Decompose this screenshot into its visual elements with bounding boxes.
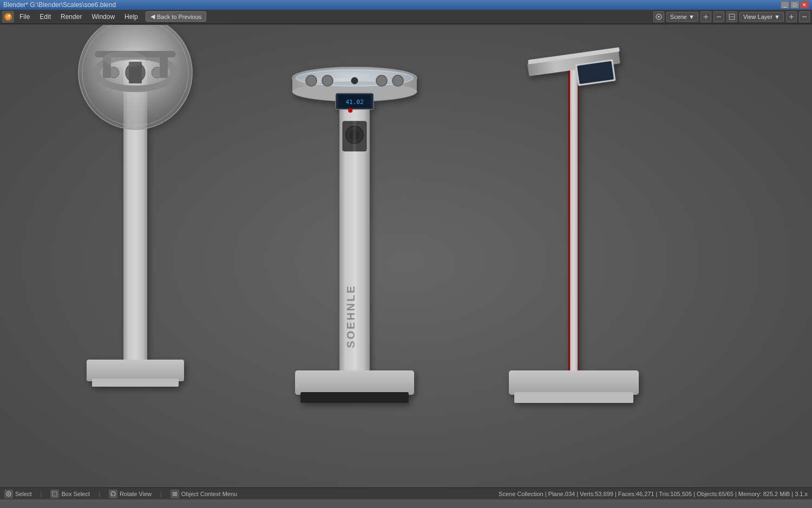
svg-point-43: [392, 75, 403, 86]
back-label: Back to Previous: [157, 14, 202, 20]
svg-rect-49: [353, 121, 356, 370]
svg-point-40: [306, 75, 317, 86]
svg-point-41: [322, 75, 333, 86]
remove-view-layer-icon[interactable]: [799, 11, 810, 22]
menu-file[interactable]: File: [15, 12, 34, 22]
remove-scene-icon[interactable]: [713, 11, 724, 22]
box-select-tool[interactable]: Box Select: [50, 490, 90, 498]
viewport-canvas: SOEHNLE 41.02: [0, 24, 812, 499]
minimize-button[interactable]: _: [781, 1, 789, 9]
blender-logo-icon[interactable]: [2, 11, 14, 23]
box-select-label: Box Select: [61, 491, 90, 497]
new-scene-icon[interactable]: [700, 11, 711, 22]
svg-rect-51: [568, 67, 570, 376]
svg-rect-15: [87, 360, 184, 381]
title-bar: Blender* G:\Blender\Scales\soe6.blend _ …: [0, 0, 812, 10]
window-controls: _ □ ✕: [781, 1, 809, 9]
render-layers-icon[interactable]: [726, 11, 737, 22]
separator2: |: [99, 491, 100, 497]
box-select-icon: [50, 490, 59, 498]
rotate-view-tool[interactable]: Rotate View: [109, 490, 152, 498]
svg-rect-39: [339, 95, 370, 99]
svg-point-4: [658, 16, 660, 18]
maximize-button[interactable]: □: [790, 1, 799, 9]
view-layer-selector[interactable]: View Layer ▼: [739, 12, 784, 22]
menu-window[interactable]: Window: [87, 12, 119, 22]
scene-stats: Scene Collection | Plane.034 | Verts:53,…: [499, 491, 808, 497]
svg-point-44: [351, 77, 358, 84]
scene-label: Scene: [670, 14, 687, 20]
svg-rect-31: [300, 392, 409, 403]
svg-rect-64: [173, 492, 177, 493]
svg-rect-65: [173, 493, 177, 494]
svg-point-61: [8, 493, 10, 494]
status-bar: Select | Box Select | Rotate View |: [0, 487, 812, 499]
svg-point-27: [103, 51, 146, 67]
close-button[interactable]: ✕: [800, 1, 809, 9]
scene-selector[interactable]: Scene ▼: [666, 12, 698, 22]
context-menu-tool[interactable]: Object Context Menu: [171, 490, 237, 498]
window-title: Blender* G:\Blender\Scales\soe6.blend: [3, 1, 116, 9]
new-view-layer-icon[interactable]: [786, 11, 797, 22]
menu-render[interactable]: Render: [56, 12, 86, 22]
select-label: Select: [15, 491, 32, 497]
svg-rect-52: [578, 67, 579, 376]
svg-rect-62: [53, 492, 57, 496]
select-tool[interactable]: Select: [4, 490, 32, 498]
svg-text:41.02: 41.02: [345, 99, 363, 106]
rotate-label: Rotate View: [120, 491, 152, 497]
back-icon: ◀: [150, 13, 155, 20]
separator1: |: [41, 491, 42, 497]
context-icon: [171, 490, 179, 498]
view-layer-label: View Layer: [743, 14, 772, 20]
scene-icon[interactable]: [653, 11, 664, 22]
view-layer-dropdown-icon: ▼: [774, 14, 780, 20]
rotate-icon: [109, 490, 117, 498]
header-right: Scene ▼ View Layer ▼: [653, 11, 810, 22]
menu-help[interactable]: Help: [120, 12, 142, 22]
viewport-edge-top: [0, 24, 812, 25]
svg-rect-30: [295, 370, 414, 395]
context-label: Object Context Menu: [181, 491, 237, 497]
menu-edit[interactable]: Edit: [35, 12, 55, 22]
select-icon: [4, 490, 13, 498]
svg-rect-50: [569, 67, 578, 376]
scene-dropdown-icon: ▼: [689, 14, 695, 20]
svg-point-2: [8, 15, 10, 17]
svg-rect-25: [160, 56, 168, 78]
svg-point-48: [348, 108, 352, 113]
svg-rect-54: [514, 392, 633, 403]
svg-point-42: [376, 75, 387, 86]
svg-rect-16: [92, 379, 179, 387]
separator3: |: [160, 491, 162, 497]
svg-rect-53: [509, 370, 639, 395]
svg-marker-63: [111, 494, 113, 496]
menu-bar: File Edit Render Window Help ◀ Back to P…: [0, 10, 812, 24]
3d-viewport[interactable]: SOEHNLE 41.02: [0, 24, 812, 499]
back-to-previous-button[interactable]: ◀ Back to Previous: [146, 11, 207, 22]
svg-rect-66: [173, 495, 177, 496]
